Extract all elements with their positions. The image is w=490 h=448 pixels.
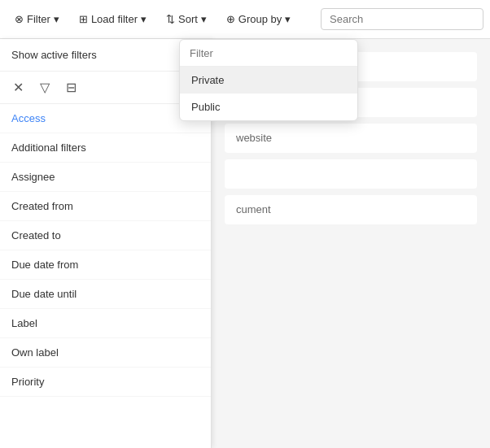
dropdown-option-0[interactable]: Private: [180, 67, 357, 94]
sort-icon: ⇅: [166, 13, 175, 25]
group-by-label: Group by: [238, 13, 282, 25]
content-row-3: website: [225, 124, 477, 153]
filter-label: Filter: [27, 13, 50, 25]
close-icon: ✕: [13, 80, 24, 95]
toolbar: ⊗ Filter ▾ ⊞ Load filter ▾ ⇅ Sort ▾ ⊕ Gr…: [0, 0, 490, 39]
filter-item-5[interactable]: Due date from: [0, 250, 211, 280]
filter-icon-button[interactable]: ▽: [38, 78, 51, 97]
filter-item-7[interactable]: Label: [0, 309, 211, 338]
load-filter-label: Load filter: [91, 13, 138, 25]
filter-item-3[interactable]: Created from: [0, 192, 211, 221]
filter-item-8[interactable]: Own label: [0, 338, 211, 368]
filter-item-9[interactable]: Priority: [0, 368, 211, 397]
load-filter-button[interactable]: ⊞ Load filter ▾: [71, 8, 155, 30]
filter-item-6[interactable]: Due date until: [0, 280, 211, 309]
sort-label: Sort: [178, 13, 198, 25]
sort-button[interactable]: ⇅ Sort ▾: [158, 8, 215, 30]
group-by-icon: ⊕: [226, 13, 235, 25]
dropdown-popup: PrivatePublic: [179, 39, 358, 121]
content-row-5: cument: [225, 195, 477, 224]
archive-button[interactable]: ⊟: [64, 78, 78, 97]
load-filter-chevron-icon: ▾: [141, 13, 147, 25]
group-by-chevron-icon: ▾: [285, 13, 291, 25]
filter-list: AccessAdditional filtersAssigneeCreated …: [0, 104, 211, 397]
filter-item-4[interactable]: Created to: [0, 221, 211, 250]
filter-item-2[interactable]: Assignee: [0, 163, 211, 192]
search-input[interactable]: [330, 13, 475, 25]
filter-icon: ⊗: [15, 13, 24, 25]
content-text-5: cument: [236, 203, 271, 215]
content-row-4: [225, 159, 477, 189]
search-box[interactable]: [321, 8, 483, 30]
load-filter-icon: ⊞: [79, 13, 88, 25]
main-area: website cument Show active filters ✓ ✕ ▽…: [0, 39, 490, 448]
content-text-3: website: [236, 132, 272, 144]
filter-funnel-icon: ▽: [40, 80, 50, 95]
filter-item-1[interactable]: Additional filters: [0, 133, 211, 163]
filter-button[interactable]: ⊗ Filter ▾: [7, 8, 68, 30]
filter-chevron-icon: ▾: [54, 13, 59, 25]
close-filter-button[interactable]: ✕: [11, 78, 25, 97]
show-active-label: Show active filters: [11, 49, 97, 61]
dropdown-filter-input[interactable]: [190, 47, 348, 59]
sort-chevron-icon: ▾: [201, 13, 207, 25]
dropdown-filter-row[interactable]: [180, 40, 357, 67]
dropdown-option-1[interactable]: Public: [180, 94, 357, 120]
archive-icon: ⊟: [66, 80, 77, 95]
group-by-button[interactable]: ⊕ Group by ▾: [218, 8, 299, 30]
